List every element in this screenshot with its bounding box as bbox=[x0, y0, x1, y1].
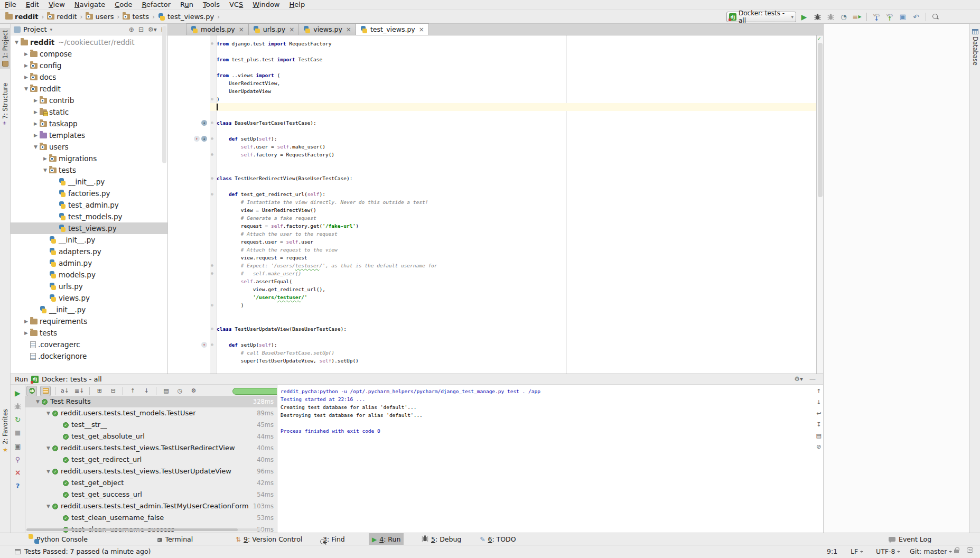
chevron-down-icon[interactable]: ▾ bbox=[50, 27, 52, 32]
test-up-gutter-icon[interactable]: ↑ bbox=[201, 342, 207, 348]
chevron-closed-icon[interactable]: ▶ bbox=[22, 48, 30, 60]
chevron-open-icon[interactable]: ▼ bbox=[44, 442, 52, 454]
test-node-TestResults[interactable]: ▼✓Test Results328ms bbox=[25, 396, 277, 407]
breadcrumb-item-reddit[interactable]: reddit bbox=[46, 13, 78, 21]
tree-item-docs[interactable]: ▶docs bbox=[11, 71, 167, 83]
toolwindow-button-python-console[interactable]: Python Console bbox=[31, 533, 91, 545]
chevron-open-icon[interactable]: ▼ bbox=[34, 396, 42, 407]
coverage-icon[interactable] bbox=[826, 12, 835, 22]
hide-panel-icon[interactable]: — bbox=[809, 375, 816, 383]
tree-item-migrations[interactable]: ▶migrations bbox=[11, 153, 167, 164]
test-down-gutter-icon[interactable]: ↓ bbox=[201, 136, 207, 142]
toolwindow-button-6--todo[interactable]: ✎6: TODO bbox=[477, 533, 519, 545]
editor-tab-urls.py[interactable]: urls.py× bbox=[249, 23, 299, 35]
run-config-select[interactable]: dj Docker: tests - all ▾ bbox=[726, 12, 796, 22]
chevron-open-icon[interactable]: ▼ bbox=[22, 83, 30, 95]
tree-item-reddit[interactable]: ▼reddit~/cookiecutter/reddit bbox=[11, 36, 167, 48]
search-icon[interactable] bbox=[931, 12, 940, 22]
write-access-lock-icon[interactable] bbox=[954, 547, 959, 553]
tree-item-__init__.py[interactable]: __init__.py bbox=[11, 234, 167, 246]
chevron-closed-icon[interactable]: ▶ bbox=[32, 129, 40, 141]
close-tab-icon[interactable]: × bbox=[239, 26, 244, 33]
menu-edit[interactable]: Edit bbox=[21, 0, 44, 10]
close-tab-icon[interactable]: × bbox=[289, 26, 294, 33]
close-tab-icon[interactable]: × bbox=[346, 26, 351, 33]
chevron-open-icon[interactable]: ▼ bbox=[13, 36, 21, 48]
editor-tab-views.py[interactable]: views.py× bbox=[299, 23, 356, 35]
chevron-closed-icon[interactable]: ▶ bbox=[22, 71, 30, 83]
scroll-up-icon[interactable]: ↑ bbox=[816, 388, 821, 395]
breadcrumb-item-users[interactable]: users bbox=[85, 13, 115, 21]
help-icon[interactable]: ? bbox=[14, 481, 22, 490]
settings-button[interactable]: ⚙ bbox=[188, 386, 199, 396]
line-separator[interactable]: LF bbox=[851, 547, 863, 555]
collapse-all-icon[interactable]: ⊟ bbox=[138, 26, 144, 33]
fold-marker-icon[interactable]: ⊖ bbox=[211, 176, 216, 181]
fold-marker-icon[interactable]: ⊖ bbox=[211, 97, 216, 102]
gutter-run-marks[interactable]: ↑ bbox=[180, 342, 207, 348]
caret-position[interactable]: 9:1 bbox=[827, 547, 837, 555]
toolwindow-button-4--run[interactable]: ▶4: Run bbox=[369, 533, 404, 545]
tree-item-.dockerignore[interactable]: .dockerignore bbox=[11, 350, 167, 362]
show-ignored-button[interactable] bbox=[40, 386, 51, 396]
tree-item-reddit[interactable]: ▼reddit bbox=[11, 83, 167, 95]
rerun-failed-icon[interactable]: ↻ bbox=[14, 415, 22, 424]
menu-file[interactable]: File bbox=[0, 0, 21, 10]
tree-item-config[interactable]: ▶config bbox=[11, 60, 167, 71]
toolwindow-button-3--find[interactable]: 3: Find bbox=[317, 533, 348, 545]
tree-item-tests[interactable]: ▶tests bbox=[11, 327, 167, 339]
close-icon[interactable]: × bbox=[14, 468, 22, 477]
breadcrumb-item-reddit[interactable]: reddit bbox=[4, 13, 40, 21]
gear-icon[interactable]: ⚙▾ bbox=[148, 26, 157, 33]
test-up-gutter-icon[interactable]: ↑ bbox=[194, 136, 200, 142]
close-tab-icon[interactable]: × bbox=[419, 26, 424, 33]
vcs-commit-icon[interactable]: VCS↑ bbox=[885, 12, 894, 22]
fold-marker-icon[interactable]: ⊖ bbox=[211, 152, 216, 157]
test-node-reddit.users.tests.test_views.TestUserUpdateView[interactable]: ▼✓reddit.users.tests.test_views.TestUser… bbox=[25, 466, 277, 477]
tool-tab-favorites[interactable]: 2: Favorites ★ bbox=[0, 407, 11, 455]
chevron-open-icon[interactable]: ▼ bbox=[44, 500, 52, 512]
tree-item-views.py[interactable]: views.py bbox=[11, 292, 167, 304]
fold-marker-icon[interactable]: ⊖ bbox=[211, 342, 216, 348]
tree-item-contrib[interactable]: ▶contrib bbox=[11, 95, 167, 106]
editor-tab-test_views.py[interactable]: test_views.py× bbox=[356, 23, 429, 35]
test-node-test__str__[interactable]: ✓test__str__45ms bbox=[25, 419, 277, 431]
test-node-test_get_success_url[interactable]: ✓test_get_success_url54ms bbox=[25, 489, 277, 500]
breadcrumb-item-test_views.py[interactable]: test_views.py bbox=[157, 13, 215, 21]
chevron-closed-icon[interactable]: ▶ bbox=[41, 153, 49, 164]
chevron-open-icon[interactable]: ▼ bbox=[32, 141, 40, 153]
sort-alpha-button[interactable]: a↓ bbox=[60, 386, 70, 396]
tree-item-templates[interactable]: ▶templates bbox=[11, 129, 167, 141]
print-icon[interactable]: ▤ bbox=[816, 432, 822, 439]
tool-tab-project[interactable]: 1: Project bbox=[0, 28, 11, 69]
run-configurations-icon[interactable]: ≣▶ bbox=[852, 12, 862, 22]
tree-item-factories.py[interactable]: factories.py bbox=[11, 188, 167, 199]
next-failed-button[interactable]: ↓ bbox=[141, 386, 152, 396]
clear-all-icon[interactable]: ⊘ bbox=[816, 443, 821, 450]
profiler-icon[interactable]: ◔ bbox=[839, 12, 848, 22]
run-settings-gear-icon[interactable]: ⚙▾ bbox=[794, 375, 803, 383]
menu-refactor[interactable]: Refactor bbox=[137, 0, 175, 10]
test-node-test_get_object[interactable]: ✓test_get_object42ms bbox=[25, 477, 277, 489]
fold-marker-icon[interactable]: ⊖ bbox=[211, 120, 216, 126]
chevron-closed-icon[interactable]: ▶ bbox=[32, 95, 40, 106]
menu-navigate[interactable]: Navigate bbox=[70, 0, 110, 10]
expand-all-button[interactable]: ⊞ bbox=[94, 386, 105, 396]
run-icon[interactable]: ▶ bbox=[799, 12, 809, 22]
tree-item-test_admin.py[interactable]: test_admin.py bbox=[11, 199, 167, 211]
git-branch[interactable]: Git: master bbox=[910, 547, 952, 555]
editor-scrollbar[interactable]: ✓ bbox=[816, 35, 823, 374]
tree-item-admin.py[interactable]: admin.py bbox=[11, 257, 167, 269]
tree-item-compose[interactable]: ▶compose bbox=[11, 48, 167, 60]
toolwindow-button-5--debug[interactable]: 5: Debug bbox=[418, 533, 464, 545]
test-console[interactable]: reddit_pycha:python -u /opt/.pycharm_hel… bbox=[277, 385, 823, 533]
chevron-open-icon[interactable]: ▼ bbox=[44, 407, 52, 419]
test-down-gutter-icon[interactable]: ↓ bbox=[201, 120, 207, 126]
editor-tab-models.py[interactable]: models.py× bbox=[186, 23, 249, 35]
event-log-button[interactable]: Event Log bbox=[889, 533, 931, 545]
editor[interactable]: models.py×urls.py×views.py×test_views.py… bbox=[168, 24, 823, 374]
fold-marker-icon[interactable]: ⊖ bbox=[211, 271, 216, 276]
reader-mode-icon[interactable] bbox=[967, 547, 973, 553]
tree-item-models.py[interactable]: models.py bbox=[11, 269, 167, 281]
previous-failed-button[interactable]: ↑ bbox=[127, 386, 138, 396]
